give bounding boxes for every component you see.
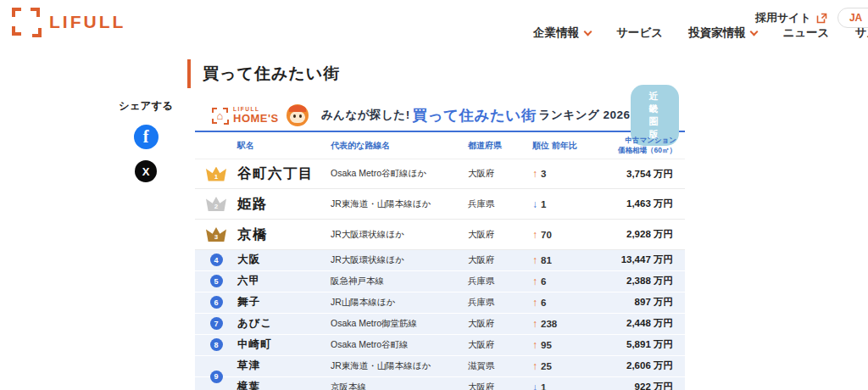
prefecture: 兵庫県 <box>468 297 532 309</box>
rank-cell: 2 <box>195 189 237 219</box>
col-header-line: 代表的な路線名 <box>331 140 468 152</box>
ranking-row: 1谷町六丁目Osaka Metro谷町線ほか大阪府↑33,754 万円 <box>195 159 685 189</box>
rank-change-cell: ↑6 <box>532 297 600 309</box>
rank-cell: 1 <box>195 159 237 188</box>
line-name: Osaka Metro谷町線ほか <box>331 168 468 180</box>
ranking-row: 7あびこOsaka Metro御堂筋線大阪府↑2382,448 万円 <box>195 314 685 334</box>
col-header-rank-change: 順位 前年比 <box>532 140 600 152</box>
line-name: Osaka Metro御堂筋線 <box>331 318 468 330</box>
arrow-up-icon: ↑ <box>532 297 537 309</box>
prefecture: 大阪府 <box>468 168 532 180</box>
ranking-row: 4大阪JR大阪環状線ほか大阪府↑8113,447 万円 <box>195 250 685 270</box>
table-header-row: 駅名 代表的な路線名 都道府県 順位 前年比 中古マンション 価格相場（60㎡） <box>195 132 685 159</box>
arrow-down-icon: ↓ <box>532 198 537 210</box>
prefecture: 滋賀県 <box>468 360 532 372</box>
rank-badge: 7 <box>210 317 223 330</box>
ranking-table-body: 1谷町六丁目Osaka Metro谷町線ほか大阪府↑33,754 万円2姫路JR… <box>195 159 685 390</box>
station-name: 京橋 <box>237 226 331 244</box>
arrow-up-icon: ↑ <box>532 318 537 330</box>
ranking-row: 8中崎町Osaka Metro谷町線大阪府↑955,891 万円 <box>195 335 685 355</box>
rank-cell: 6 <box>195 292 237 313</box>
rank-badge: 5 <box>210 275 223 287</box>
facebook-share-icon[interactable]: f <box>134 125 159 149</box>
prefecture: 大阪府 <box>468 339 532 351</box>
chevron-down-icon <box>584 27 593 36</box>
lang-ja-button[interactable]: JA <box>849 12 862 24</box>
recruit-site-label: 採用サイト <box>755 10 811 25</box>
nav-item-label: ニュース <box>782 25 829 41</box>
ranking-card: ⌂ LIFULL HOME'S みんなが探した! 買って住みたい街 ランキング … <box>195 100 685 390</box>
rank-change-value: 81 <box>541 255 552 265</box>
line-name: 京阪本線 <box>331 382 468 390</box>
rank-cell: 3 <box>195 220 237 249</box>
ranking-row: 5六甲阪急神戸本線兵庫県↑62,388 万円 <box>195 271 685 292</box>
rank-change-cell: ↑6 <box>532 276 600 287</box>
rank-change-cell: ↓1 <box>532 198 600 210</box>
price-value: 2,388 万円 <box>600 275 685 287</box>
arrow-down-icon: ↓ <box>532 382 537 390</box>
price-value: 922 万円 <box>600 381 685 390</box>
lifull-logo-icon <box>12 8 40 36</box>
rank-change-value: 238 <box>541 319 557 329</box>
lifull-logo-text: LIFULL <box>49 12 125 32</box>
rank-change-cell: ↑3 <box>532 168 600 180</box>
line-name: 阪急神戸本線 <box>331 276 468 287</box>
rank-cell: 4 <box>195 250 237 270</box>
station-name: 大阪 <box>237 253 331 267</box>
nav-item-3[interactable]: ニュース <box>782 25 829 41</box>
x-share-icon[interactable]: X <box>135 160 157 182</box>
line-name: JR大阪環状線ほか <box>331 254 468 266</box>
ranking-row: 9草津JR東海道・山陽本線ほか滋賀県↑252,606 万円 <box>195 356 685 376</box>
nav-item-2[interactable]: 投資家情報 <box>688 25 758 41</box>
lifull-logo[interactable]: LIFULL <box>12 8 125 36</box>
rank-change-cell: ↑95 <box>532 339 600 351</box>
prefecture: 大阪府 <box>468 318 532 330</box>
price-value: 2,448 万円 <box>600 317 685 330</box>
nav-item-label: サービス <box>616 25 663 41</box>
homes-mascot-icon <box>287 104 309 126</box>
station-name: 草津 <box>237 359 331 373</box>
line-name: JR大阪環状線ほか <box>331 229 468 241</box>
rank-badge: 9 <box>210 370 223 383</box>
crown-rank-icon: 1 <box>206 167 226 181</box>
price-value: 897 万円 <box>600 296 685 309</box>
share-rail: シェアする f X <box>115 99 176 182</box>
line-name: JR山陽本線ほか <box>331 297 468 309</box>
nav-item-label: 投資家情報 <box>688 25 746 41</box>
arrow-up-icon: ↑ <box>532 339 537 351</box>
rank-change-value: 3 <box>541 169 546 179</box>
chevron-down-icon <box>750 27 759 36</box>
nav-item-label: サステナビリティ <box>854 25 868 41</box>
ranking-row: 3京橋JR大阪環状線ほか大阪府↑702,928 万円 <box>195 220 685 250</box>
rank-cell: 8 <box>195 335 237 355</box>
station-name: 六甲 <box>237 274 331 288</box>
arrow-up-icon: ↑ <box>532 254 537 266</box>
prefecture: 大阪府 <box>468 382 532 390</box>
line-name: JR東海道・山陽本線ほか <box>331 360 468 372</box>
rank-change-cell: ↑81 <box>532 254 600 266</box>
rank-cell: 5 <box>195 271 237 292</box>
rank-cell: 7 <box>195 314 237 334</box>
rank-change-value: 1 <box>541 382 546 390</box>
main-nav: 企業情報サービス投資家情報ニュースサステナビリティ <box>533 25 868 41</box>
share-label: シェアする <box>119 99 173 114</box>
rank-change-cell: ↑238 <box>532 318 600 330</box>
rank-cell: 9 <box>195 356 237 376</box>
rank-change-value: 25 <box>541 361 552 371</box>
station-name: 谷町六丁目 <box>237 164 331 183</box>
line-name: JR東海道・山陽本線ほか <box>331 198 468 210</box>
arrow-up-icon: ↑ <box>532 276 537 287</box>
rank-change-value: 6 <box>541 276 546 287</box>
col-header-price: 中古マンション 価格相場（60㎡） <box>600 136 685 155</box>
station-name: 樟葉 <box>237 380 331 390</box>
price-value: 3,754 万円 <box>600 168 685 181</box>
nav-item-0[interactable]: 企業情報 <box>533 25 591 41</box>
recruit-site-link[interactable]: 採用サイト <box>755 10 827 25</box>
nav-item-1[interactable]: サービス <box>616 25 663 41</box>
prefecture: 兵庫県 <box>468 276 532 287</box>
nav-item-4[interactable]: サステナビリティ <box>854 25 868 41</box>
crown-rank-icon: 2 <box>206 197 226 211</box>
col-header-station: 駅名 <box>237 140 331 152</box>
house-icon: ⌂ <box>212 108 228 124</box>
homes-logo-icon: ⌂ <box>212 108 228 124</box>
